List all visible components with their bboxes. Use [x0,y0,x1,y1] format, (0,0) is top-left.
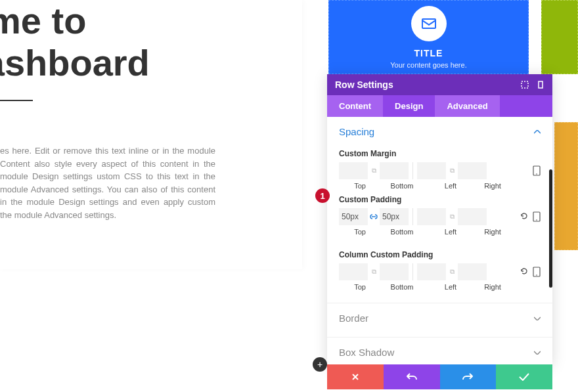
add-button[interactable]: + [313,357,327,372]
svg-rect-0 [522,81,528,88]
reset-icon[interactable] [520,267,529,277]
margin-top-input[interactable] [339,162,368,179]
margin-labels: Top Bottom Left Right [339,182,541,190]
reset-icon[interactable] [520,211,529,222]
separator [412,263,413,280]
section-spacing-label: Spacing [339,126,534,137]
column-padding-inputs: ⧉ ⧉ [339,263,541,280]
tab-advanced[interactable]: Advanced [435,95,499,117]
olive-module-edge[interactable] [541,0,578,74]
margin-bottom-input[interactable] [380,162,409,179]
redo-button[interactable] [440,364,497,389]
custom-padding-label: Custom Padding [339,195,541,204]
panel-header[interactable]: Row Settings [327,74,552,95]
action-bar [327,364,552,389]
responsive-icon[interactable] [533,211,541,222]
annotation-marker-1: 1 [315,188,330,203]
blurb-module[interactable]: TITLE Your content goes here. [328,0,529,74]
link-icon[interactable]: ⧉ [368,263,380,280]
tab-design[interactable]: Design [383,95,435,117]
section-box-shadow-label: Box Shadow [339,347,534,358]
title-divider [0,100,33,101]
row-settings-panel: Row Settings Content Design Advanced Spa… [327,74,552,365]
svg-point-3 [536,173,537,175]
separator [412,208,413,225]
section-spacing[interactable]: Spacing [327,117,552,144]
label-left: Left [430,283,472,291]
margin-right-input[interactable] [458,162,487,179]
padding-top-input[interactable] [339,208,368,225]
panel-title: Row Settings [335,79,393,90]
padding-bottom-input[interactable] [380,208,409,225]
section-border-label: Border [339,313,534,324]
expand-icon[interactable] [521,81,529,89]
padding-left-input[interactable] [417,208,446,225]
label-left: Left [430,182,472,190]
discard-button[interactable] [327,364,384,389]
panel-body: Spacing Custom Margin ⧉ ⧉ Top Bottom Lef… [327,117,552,365]
label-bottom: Bottom [381,283,423,291]
link-icon[interactable]: ⧉ [446,263,458,280]
responsive-icon[interactable] [533,267,541,277]
blurb-subtitle: Your content goes here. [329,61,528,69]
label-right: Right [472,228,514,236]
padding-inputs: ⧉ [339,208,541,225]
margin-inputs: ⧉ ⧉ [339,162,541,179]
link-icon[interactable]: ⧉ [368,162,380,179]
link-icon[interactable]: ⧉ [446,162,458,179]
label-top: Top [339,283,381,291]
body-text: es here. Edit or remove this text inline… [0,144,215,221]
section-border[interactable]: Border [327,303,552,330]
scrollbar[interactable] [549,169,552,288]
snap-icon[interactable] [537,81,545,89]
padding-right-input[interactable] [458,208,487,225]
margin-left-input[interactable] [417,162,446,179]
custom-margin-label: Custom Margin [339,149,541,158]
label-left: Left [430,228,472,236]
chevron-down-icon [534,351,541,355]
col-padding-bottom-input[interactable] [380,263,409,280]
svg-point-5 [536,219,537,221]
chevron-up-icon [534,130,541,134]
link-icon[interactable]: ⧉ [446,208,458,225]
section-box-shadow[interactable]: Box Shadow [327,338,552,364]
col-padding-left-input[interactable] [417,263,446,280]
label-right: Right [472,283,514,291]
padding-labels: Top Bottom Left Right [339,228,541,236]
tabs: Content Design Advanced [327,95,552,117]
title-line1: elcome to [0,0,86,41]
undo-button[interactable] [384,364,440,389]
title-line2: ur dashboard [0,42,150,83]
chevron-down-icon [534,316,541,320]
label-top: Top [339,182,381,190]
svg-point-7 [536,274,537,276]
col-padding-right-input[interactable] [458,263,487,280]
save-button[interactable] [496,364,552,389]
orange-module-edge[interactable] [554,122,578,250]
tab-content[interactable]: Content [327,95,383,117]
label-bottom: Bottom [381,182,423,190]
separator [412,162,413,179]
col-padding-top-input[interactable] [339,263,368,280]
col-padding-labels: Top Bottom Left Right [339,283,541,291]
svg-rect-1 [539,81,543,88]
responsive-icon[interactable] [533,165,541,176]
page-title: elcome to ur dashboard [0,0,150,85]
label-right: Right [472,182,514,190]
link-icon-active[interactable] [368,208,380,225]
label-bottom: Bottom [381,228,423,236]
label-top: Top [339,228,381,236]
envelope-icon [411,6,447,41]
blurb-title: TITLE [329,48,528,58]
column-padding-label: Column Custom Padding [339,250,541,259]
